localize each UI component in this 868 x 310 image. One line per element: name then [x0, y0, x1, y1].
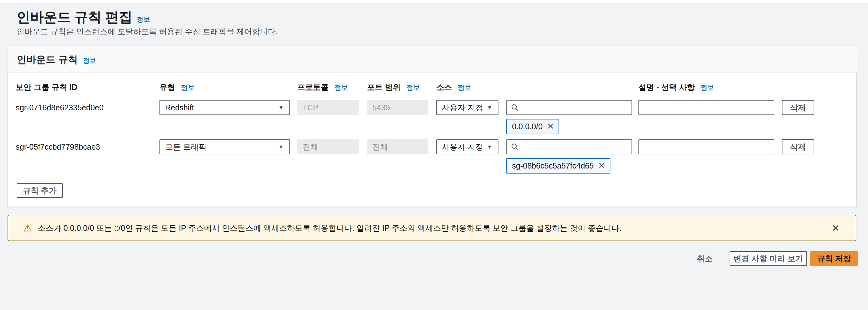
chevron-down-icon: ▼: [278, 105, 284, 111]
source-search-input[interactable]: [506, 100, 632, 115]
delete-rule-button[interactable]: 삭제: [782, 139, 814, 154]
close-icon: ✕: [832, 223, 839, 234]
rule-row: sgr-05f7ccbd7798bcae3 모든 트래픽 ▼ 전체 전체 사용자…: [0, 139, 868, 179]
search-icon: [511, 143, 519, 151]
source-tag-label: 0.0.0.0/0: [512, 122, 542, 131]
source-info-link[interactable]: 정보: [458, 84, 471, 92]
remove-source-icon[interactable]: ✕: [598, 162, 606, 170]
port-range-info-link[interactable]: 정보: [406, 84, 420, 92]
type-select[interactable]: Redshift ▼: [159, 100, 290, 115]
port-range-input: 전체: [367, 139, 428, 154]
warning-icon: ⚠: [23, 223, 32, 233]
source-search-input[interactable]: [506, 139, 632, 154]
panel-info-link[interactable]: 정보: [83, 56, 96, 65]
source-mode-select[interactable]: 사용자 지정 ▼: [436, 139, 498, 154]
page-subtitle: 인바운드 규칙은 인스턴스에 도달하도록 허용된 수신 트래픽을 제어합니다.: [17, 26, 278, 37]
top-divider: [0, 0, 868, 3]
source-mode-select[interactable]: 사용자 지정 ▼: [436, 100, 498, 115]
edit-inbound-rules-page: 인바운드 규칙 편집정보 인바운드 규칙은 인스턴스에 도달하도록 허용된 수신…: [0, 0, 868, 310]
chevron-down-icon: ▼: [487, 105, 492, 111]
protocol-input: 전체: [297, 139, 359, 154]
column-header-port-range: 포트 범위정보: [367, 82, 420, 92]
type-info-link[interactable]: 정보: [181, 84, 195, 92]
source-tag: sg-08b6c5c5a57fc4d65 ✕: [506, 158, 611, 174]
cancel-button[interactable]: 취소: [697, 253, 713, 264]
warning-text: 소스가 0.0.0.0/0 또는 ::/0인 규칙은 모든 IP 주소에서 인스…: [38, 223, 621, 233]
description-input[interactable]: [639, 139, 774, 154]
page-title-info-link[interactable]: 정보: [137, 16, 150, 23]
column-header-rule-id: 보안 그룹 규칙 ID: [16, 82, 78, 92]
search-icon: [511, 103, 519, 112]
protocol-info-link[interactable]: 정보: [334, 84, 348, 92]
description-info-link[interactable]: 정보: [701, 84, 714, 92]
delete-rule-button[interactable]: 삭제: [782, 100, 814, 115]
preview-changes-button[interactable]: 변경 사항 미리 보기: [730, 251, 807, 266]
dismiss-warning-button[interactable]: ✕: [826, 215, 845, 241]
column-header-description: 설명 - 선택 사항정보: [639, 82, 714, 92]
inbound-rules-panel-header: 인바운드 규칙 정보: [7, 47, 857, 73]
warning-banner: ⚠ 소스가 0.0.0.0/0 또는 ::/0인 규칙은 모든 IP 주소에서 …: [7, 215, 856, 241]
column-header-protocol: 프로토콜정보: [297, 82, 348, 92]
save-rules-button[interactable]: 규칙 저장: [810, 251, 858, 266]
rule-id: sgr-0716d8e62335ed0e0: [16, 103, 103, 112]
source-tag-label: sg-08b6c5c5a57fc4d65: [512, 161, 594, 170]
type-select[interactable]: 모든 트래픽 ▼: [159, 139, 290, 154]
page-title-text: 인바운드 규칙 편집: [17, 9, 132, 25]
port-range-input: 5439: [367, 100, 428, 115]
column-header-source: 소스정보: [436, 82, 471, 92]
description-input[interactable]: [639, 100, 774, 115]
page-title: 인바운드 규칙 편집정보: [17, 8, 150, 26]
chevron-down-icon: ▼: [278, 144, 284, 150]
protocol-input: TCP: [297, 100, 359, 115]
column-header-type: 유형정보: [159, 82, 195, 92]
panel-title: 인바운드 규칙: [17, 53, 78, 66]
remove-source-icon[interactable]: ✕: [547, 122, 554, 131]
rule-row: sgr-0716d8e62335ed0e0 Redshift ▼ TCP 543…: [0, 100, 868, 139]
rule-id: sgr-05f7ccbd7798bcae3: [16, 143, 100, 152]
source-tag: 0.0.0.0/0 ✕: [506, 119, 559, 134]
chevron-down-icon: ▼: [487, 144, 492, 150]
add-rule-button[interactable]: 규칙 추가: [17, 183, 63, 198]
